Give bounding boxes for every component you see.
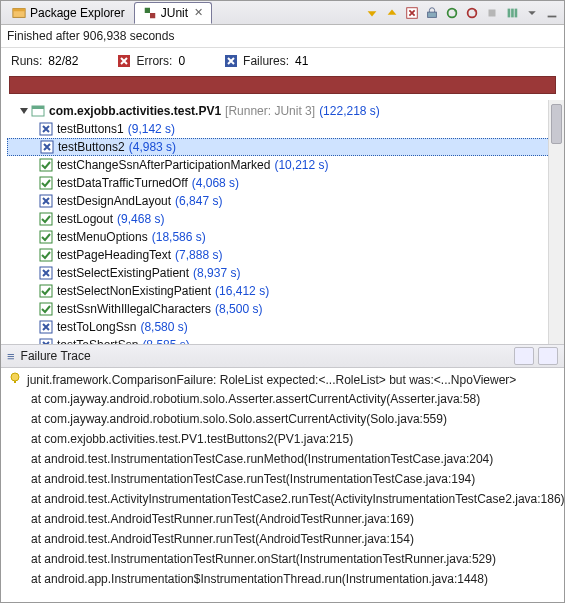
svg-point-30	[11, 373, 19, 381]
test-item[interactable]: testDataTrafficTurnedOff(4,068 s)	[7, 174, 564, 192]
filter-trace-button[interactable]	[538, 347, 558, 365]
trace-line-text: at android.test.InstrumentationTestCase.…	[9, 472, 475, 486]
trace-line[interactable]: at android.test.AndroidTestRunner.runTes…	[9, 512, 558, 532]
history-button[interactable]	[504, 5, 520, 21]
svg-rect-31	[14, 381, 16, 383]
test-time: (8,937 s)	[193, 266, 240, 280]
test-item[interactable]: testButtons1(9,142 s)	[7, 120, 564, 138]
svg-rect-24	[40, 249, 52, 261]
svg-rect-20	[40, 177, 52, 189]
trace-line[interactable]: at android.test.InstrumentationTestCase.…	[9, 452, 558, 472]
failure-icon	[225, 55, 237, 67]
svg-rect-27	[40, 303, 52, 315]
next-failure-button[interactable]	[384, 5, 400, 21]
test-name: testToShortSsn	[57, 338, 138, 344]
toolbar	[364, 5, 564, 21]
tab-label: Package Explorer	[30, 6, 125, 20]
tab-package-explorer[interactable]: Package Explorer	[3, 2, 134, 24]
svg-rect-9	[508, 8, 511, 17]
test-item[interactable]: testPageHeadingText(7,888 s)	[7, 246, 564, 264]
svg-rect-23	[40, 231, 52, 243]
menu-icon[interactable]: ≡	[7, 349, 15, 364]
svg-rect-8	[489, 9, 496, 16]
minimize-button[interactable]	[544, 5, 560, 21]
trace-line[interactable]: at com.exjobb.activities.test.PV1.testBu…	[9, 432, 558, 452]
progress-bar	[9, 76, 556, 94]
expand-icon[interactable]	[19, 106, 29, 116]
test-time: (9,142 s)	[128, 122, 175, 136]
root-runner: [Runner: JUnit 3]	[225, 104, 315, 118]
trace-line-text: at android.test.ActivityInstrumentationT…	[9, 492, 565, 506]
test-pass-icon	[39, 176, 53, 190]
test-pass-icon	[39, 302, 53, 316]
svg-rect-10	[511, 8, 514, 17]
svg-rect-12	[548, 15, 557, 17]
test-fail-icon	[39, 194, 53, 208]
trace-line[interactable]: at android.test.ActivityInstrumentationT…	[9, 492, 558, 512]
tree-root[interactable]: com.exjobb.activities.test.PV1 [Runner: …	[7, 102, 564, 120]
scroll-thumb[interactable]	[551, 104, 562, 144]
test-item[interactable]: testMenuOptions(18,586 s)	[7, 228, 564, 246]
trace-line[interactable]: at android.test.InstrumentationTestRunne…	[9, 552, 558, 572]
test-pass-icon	[39, 284, 53, 298]
test-item[interactable]: testChangeSsnAfterParticipationMarked(10…	[7, 156, 564, 174]
failures-value: 41	[295, 54, 308, 68]
test-name: testSelectExistingPatient	[57, 266, 189, 280]
scroll-lock-button[interactable]	[424, 5, 440, 21]
failure-trace-title: Failure Trace	[21, 349, 91, 363]
test-name: testChangeSsnAfterParticipationMarked	[57, 158, 270, 172]
quickfix-icon	[9, 372, 21, 384]
vertical-scrollbar[interactable]: ▴	[548, 100, 564, 344]
svg-rect-16	[32, 106, 44, 109]
trace-line[interactable]: at com.jayway.android.robotium.solo.Solo…	[9, 412, 558, 432]
trace-line[interactable]: at android.test.InstrumentationTestCase.…	[9, 472, 558, 492]
tab-label: JUnit	[161, 6, 188, 20]
stop-button[interactable]	[484, 5, 500, 21]
trace-line[interactable]: at android.app.Instrumentation$Instrumen…	[9, 572, 558, 592]
test-item[interactable]: testSelectExistingPatient(8,937 s)	[7, 264, 564, 282]
test-time: (6,847 s)	[175, 194, 222, 208]
failure-trace-header: ≡ Failure Trace	[1, 344, 564, 368]
root-name: com.exjobb.activities.test.PV1	[49, 104, 221, 118]
runs-label: Runs:	[11, 54, 42, 68]
compare-button[interactable]	[514, 347, 534, 365]
failures-group: Failures: 41	[225, 54, 308, 68]
test-item[interactable]: testToLongSsn(8,580 s)	[7, 318, 564, 336]
test-name: testPageHeadingText	[57, 248, 171, 262]
trace-line-text: at android.test.InstrumentationTestCase.…	[9, 452, 493, 466]
close-icon[interactable]: ✕	[194, 6, 203, 19]
test-item[interactable]: testLogout(9,468 s)	[7, 210, 564, 228]
test-fail-icon	[39, 266, 53, 280]
package-explorer-icon	[12, 6, 26, 20]
view-menu-button[interactable]	[524, 5, 540, 21]
rerun-button[interactable]	[444, 5, 460, 21]
trace-head-text: junit.framework.ComparisonFailure: RoleL…	[27, 373, 516, 387]
rerun-failed-button[interactable]	[464, 5, 480, 21]
svg-rect-26	[40, 285, 52, 297]
test-suite-icon	[31, 104, 45, 118]
test-item[interactable]: testSsnWithIllegalCharacters(8,500 s)	[7, 300, 564, 318]
test-item[interactable]: testSelectNonExistingPatient(16,412 s)	[7, 282, 564, 300]
test-time: (8,585 s)	[142, 338, 189, 344]
trace-line-text: at com.jayway.android.robotium.solo.Asse…	[9, 392, 480, 406]
test-fail-icon	[39, 122, 53, 136]
test-name: testLogout	[57, 212, 113, 226]
trace-line-text: at com.jayway.android.robotium.solo.Solo…	[9, 412, 447, 426]
failures-label: Failures:	[243, 54, 289, 68]
test-item[interactable]: testDesignAndLayout(6,847 s)	[7, 192, 564, 210]
test-name: testButtons2	[58, 140, 125, 154]
test-item[interactable]: testToShortSsn(8,585 s)	[7, 336, 564, 344]
trace-line[interactable]: at com.jayway.android.robotium.solo.Asse…	[9, 392, 558, 412]
test-tree-scroll[interactable]: com.exjobb.activities.test.PV1 [Runner: …	[1, 100, 564, 344]
show-failures-only-button[interactable]	[404, 5, 420, 21]
tab-junit[interactable]: JUnit ✕	[134, 2, 212, 24]
trace-line-text: at com.exjobb.activities.test.PV1.testBu…	[9, 432, 353, 446]
svg-rect-2	[144, 7, 149, 12]
test-time: (7,888 s)	[175, 248, 222, 262]
prev-failure-button[interactable]	[364, 5, 380, 21]
test-time: (9,468 s)	[117, 212, 164, 226]
trace-head[interactable]: junit.framework.ComparisonFailure: RoleL…	[9, 372, 558, 392]
view-tabbar: Package Explorer JUnit ✕	[1, 1, 564, 25]
test-item[interactable]: testButtons2(4,983 s)	[7, 138, 564, 156]
trace-line[interactable]: at android.test.AndroidTestRunner.runTes…	[9, 532, 558, 552]
